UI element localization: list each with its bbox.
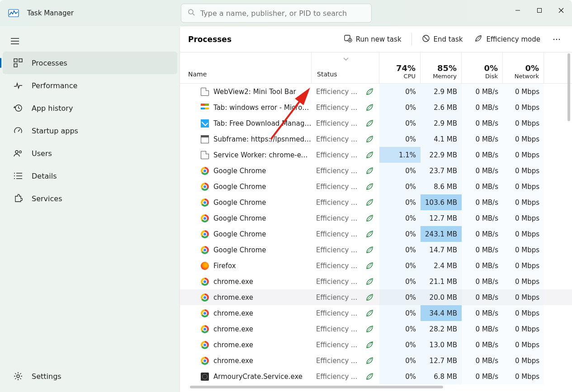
column-header-cpu[interactable]: 74% CPU (379, 52, 421, 83)
end-task-button[interactable]: End task (420, 32, 465, 47)
maximize-button[interactable] (529, 0, 550, 21)
process-name: chrome.exe (213, 325, 253, 333)
table-row[interactable]: Google ChromeEfficiency ...0%12.7 MB0 MB… (180, 210, 572, 226)
cell-status: Efficiency ... (312, 305, 379, 321)
column-header-disk[interactable]: 0% Disk (462, 52, 503, 83)
table-row[interactable]: FirefoxEfficiency ...0%2.4 MB0 MB/s0 Mbp… (180, 258, 572, 274)
close-button[interactable] (550, 0, 572, 21)
cell-cpu: 0% (379, 115, 421, 131)
process-name: Google Chrome (213, 183, 266, 191)
column-header-memory[interactable]: 85% Memory (421, 52, 462, 83)
table-row[interactable]: Google ChromeEfficiency ...0%14.7 MB0 MB… (180, 242, 572, 258)
table-row[interactable]: Tab: Free Download Manager ...Efficiency… (180, 115, 572, 131)
sidebar-item-settings[interactable]: Settings (3, 365, 177, 387)
cell-cpu: 0% (379, 337, 421, 353)
column-value: 0% (484, 63, 498, 73)
process-icon (201, 167, 209, 175)
cell-cpu: 0% (379, 99, 421, 115)
minimize-button[interactable] (507, 0, 529, 21)
leaf-icon (366, 262, 374, 270)
table-row[interactable]: Google ChromeEfficiency ...0%23.7 MB0 MB… (180, 163, 572, 179)
table-row[interactable]: Tab: windows error - Microsoft...Efficie… (180, 99, 572, 115)
table-row[interactable]: Subframe: https://lpsnmedia.n...Efficien… (180, 131, 572, 147)
leaf-icon (366, 183, 374, 191)
sidebar-item-details[interactable]: Details (3, 165, 177, 187)
sidebar-item-performance[interactable]: Performance (3, 74, 177, 97)
sidebar-item-label: Users (32, 149, 52, 158)
sidebar-item-label: Startup apps (32, 127, 78, 135)
leaf-icon (366, 88, 374, 96)
cell-network: 0 Mbps (503, 147, 544, 163)
cell-network: 0 Mbps (503, 353, 544, 368)
table-row[interactable]: WebView2: Mini Tool BarEfficiency ...0%2… (180, 84, 572, 99)
sidebar-item-users[interactable]: Users (3, 142, 177, 165)
table-row[interactable]: Google ChromeEfficiency ...0%243.1 MB0 M… (180, 226, 572, 242)
svg-point-16 (19, 151, 22, 153)
more-button[interactable]: ⋯ (550, 34, 564, 44)
cell-cpu: 0% (379, 131, 421, 147)
cell-disk: 0 MB/s (462, 368, 503, 384)
cell-status: Efficiency ... (312, 115, 379, 131)
status-text: Efficiency ... (316, 135, 357, 143)
hamburger-button[interactable] (4, 31, 26, 52)
sidebar-item-processes[interactable]: Processes (3, 52, 177, 74)
process-icon (201, 341, 209, 349)
cell-memory: 2.9 MB (421, 115, 462, 131)
svg-point-15 (15, 151, 18, 153)
cell-network: 0 Mbps (503, 321, 544, 337)
status-text: Efficiency ... (316, 151, 357, 159)
process-icon (201, 104, 209, 112)
run-new-task-button[interactable]: Run new task (342, 32, 403, 47)
cell-cpu: 0% (379, 163, 421, 179)
column-header-network[interactable]: 0% Network (503, 52, 544, 83)
cell-network: 0 Mbps (503, 84, 544, 99)
table-row[interactable]: ArmouryCrate.Service.exeEfficiency ...0%… (180, 368, 572, 384)
column-header-status[interactable]: Status (312, 52, 379, 83)
table-row[interactable]: Service Worker: chrome-exten...Efficienc… (180, 147, 572, 163)
sidebar-item-services[interactable]: Services (3, 187, 177, 210)
cell-memory: 12.7 MB (421, 353, 462, 368)
cell-network: 0 Mbps (503, 242, 544, 258)
cell-name: chrome.exe (180, 289, 312, 305)
status-text: Efficiency ... (316, 214, 357, 222)
status-text: Efficiency ... (316, 373, 357, 381)
table-row[interactable]: Google ChromeEfficiency ...0%103.6 MB0 M… (180, 194, 572, 210)
leaf-icon (366, 325, 374, 333)
table-row[interactable]: chrome.exeEfficiency ...0%28.2 MB0 MB/s0… (180, 321, 572, 337)
table-row[interactable]: chrome.exeEfficiency ...0%13.0 MB0 MB/s0… (180, 337, 572, 353)
cell-name: Google Chrome (180, 179, 312, 194)
process-name: Firefox (213, 262, 236, 270)
process-icon (201, 183, 209, 191)
status-text: Efficiency ... (316, 262, 357, 270)
cell-status: Efficiency ... (312, 210, 379, 226)
vertical-scrollbar[interactable] (567, 52, 571, 202)
scrollbar-thumb[interactable] (190, 386, 443, 388)
column-label: Status (317, 71, 337, 78)
efficiency-mode-button[interactable]: Efficiency mode (473, 32, 542, 47)
cell-cpu: 0% (379, 321, 421, 337)
cell-name: Service Worker: chrome-exten... (180, 147, 312, 163)
table-row[interactable]: chrome.exeEfficiency ...0%12.7 MB0 MB/s0… (180, 353, 572, 368)
table-row[interactable]: chrome.exeEfficiency ...0%34.4 MB0 MB/s0… (180, 305, 572, 321)
cell-network: 0 Mbps (503, 194, 544, 210)
cell-name: Google Chrome (180, 242, 312, 258)
cell-name: chrome.exe (180, 353, 312, 368)
search-input[interactable] (200, 9, 365, 18)
search-box[interactable] (181, 4, 372, 23)
cell-name: Google Chrome (180, 210, 312, 226)
cell-name: Subframe: https://lpsnmedia.n... (180, 131, 312, 147)
cell-cpu: 0% (379, 242, 421, 258)
cell-status: Efficiency ... (312, 258, 379, 274)
table-row[interactable]: Google ChromeEfficiency ...0%8.6 MB0 MB/… (180, 179, 572, 194)
cell-network: 0 Mbps (503, 179, 544, 194)
scrollbar-thumb[interactable] (567, 53, 570, 121)
sidebar-item-app-history[interactable]: App history (3, 97, 177, 119)
cell-disk: 0 MB/s (462, 115, 503, 131)
sidebar-item-startup-apps[interactable]: Startup apps (3, 119, 177, 142)
table-row[interactable]: chrome.exeEfficiency ...0%21.1 MB0 MB/s0… (180, 274, 572, 289)
process-name: chrome.exe (213, 341, 253, 349)
table-row[interactable]: chrome.exeEfficiency ...0%20.0 MB0 MB/s0… (180, 289, 572, 305)
horizontal-scrollbar[interactable] (190, 386, 461, 390)
column-header-name[interactable]: Name (180, 52, 312, 83)
process-icon (201, 135, 209, 143)
